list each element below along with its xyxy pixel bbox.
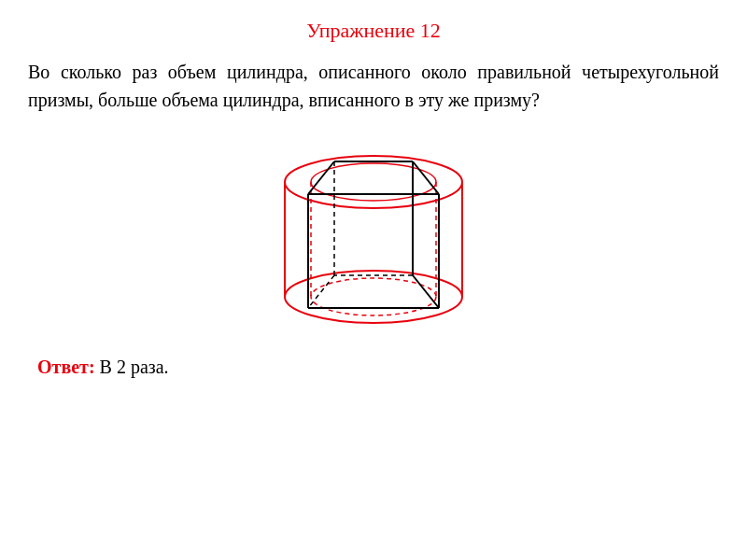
- answer-label: Ответ:: [37, 357, 95, 377]
- svg-point-4: [311, 278, 436, 315]
- figure-svg: [252, 131, 495, 345]
- answer-line: Ответ: В 2 раза.: [28, 357, 719, 378]
- answer-text: В 2 раза.: [95, 357, 169, 377]
- figure-container: [28, 131, 719, 345]
- exercise-title: Упражнение 12: [28, 19, 719, 43]
- svg-line-13: [413, 275, 439, 308]
- page: Упражнение 12 Во сколько раз объем цилин…: [0, 0, 747, 560]
- svg-line-15: [308, 275, 334, 308]
- problem-text: Во сколько раз объем цилиндра, описанног…: [28, 58, 719, 114]
